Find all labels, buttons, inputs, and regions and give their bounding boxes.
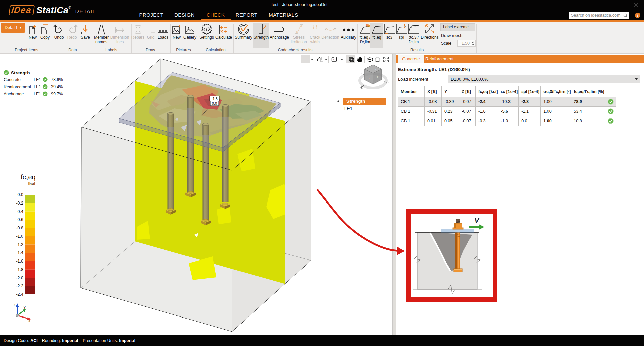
clip-crop-icon xyxy=(303,57,308,62)
group-label-calculation: Calculation xyxy=(206,48,225,52)
ribbon-copy-button[interactable]: Copy xyxy=(37,23,53,40)
ribbon-epl-button[interactable]: εpl xyxy=(395,23,408,40)
view-preset-icon: 3D xyxy=(331,56,338,62)
ribbon-summary-button[interactable]: Summary xyxy=(234,23,253,40)
table-row[interactable]: CB 1 -0.31 0.23 -0.07 -1.6 -5.6 -1.1 1.0… xyxy=(398,107,616,116)
panel-splitter[interactable] xyxy=(392,54,396,335)
ribbon-save-button[interactable]: Save xyxy=(77,23,93,40)
view-preset-dropdown[interactable] xyxy=(340,55,344,63)
tree-item-le1[interactable]: LE1 xyxy=(344,106,352,111)
menu-check[interactable]: CHECK xyxy=(207,12,225,18)
table-row[interactable]: CB 1 0.01 0.05 -0.07 -0.3 -1.0 0.0 1.00 … xyxy=(398,116,616,126)
menu-materials[interactable]: MATERIALS xyxy=(269,12,298,18)
legend-ticks: 0.0 -0.2 -0.4 -0.6 -0.8 -1.0 -1.2 -1.4 -… xyxy=(16,192,23,297)
rotate-view-button[interactable] xyxy=(316,55,324,63)
load-increment-dropdown[interactable]: D100.0%, L100.0% xyxy=(448,75,640,83)
ribbon-fceq-button[interactable]: fc,eq xyxy=(370,23,383,48)
nav-cube[interactable]: z x y xyxy=(360,65,389,88)
main-menu: PROJECT DESIGN CHECK REPORT MATERIALS xyxy=(0,0,644,20)
col-epl[interactable]: εpl [1e-4] xyxy=(519,86,541,97)
ribbon-strength-button[interactable]: Strength xyxy=(253,23,269,48)
scale-stepper[interactable]: 1.50 xyxy=(457,40,476,47)
result-legend: fc,eq [ksi] xyxy=(16,173,35,297)
svg-text:-0.6: -0.6 xyxy=(16,217,23,222)
table-header-row: Member X [ft] Y Z [ft] fc,eq [ksi] εc [1… xyxy=(398,86,616,97)
restore-button[interactable] xyxy=(613,0,629,10)
search-icon[interactable] xyxy=(623,13,628,18)
member-names-icon xyxy=(93,23,110,35)
info-button[interactable]: i xyxy=(635,13,640,18)
axis-z-label: Z xyxy=(13,303,16,307)
wireframe-mode-button[interactable] xyxy=(346,55,355,63)
ribbon-calculate-button[interactable]: Calculate xyxy=(215,23,232,40)
home-view-button[interactable] xyxy=(374,55,381,63)
summary-row-le: LE1 xyxy=(34,84,41,89)
tree-expander-icon[interactable] xyxy=(337,100,339,102)
section-box-button[interactable] xyxy=(366,55,374,63)
zoom-fit-button[interactable] xyxy=(382,55,390,63)
solid-mode-button[interactable] xyxy=(356,55,363,63)
ribbon-deflection-button[interactable]: Deflection xyxy=(321,23,340,40)
col-fceq-pct[interactable]: fc,eq/f'c,lim [%] xyxy=(571,86,605,97)
dimension-lines-icon xyxy=(110,23,129,35)
viewport-3d[interactable]: -1.8 0.0 fc,eq [ksi] xyxy=(0,54,392,335)
ribbon-gallery-button[interactable]: Gallery xyxy=(182,23,198,40)
summary-check-icon xyxy=(234,23,253,35)
search-input[interactable]: Search on ideastatica.com xyxy=(569,12,629,19)
menu-design[interactable]: DESIGN xyxy=(174,12,195,18)
view-preset-button[interactable]: 3D xyxy=(330,55,339,63)
ribbon-settings-button[interactable]: Settings xyxy=(199,23,215,40)
row-status-ok-icon xyxy=(608,118,614,124)
rotate-view-dropdown[interactable] xyxy=(324,55,328,63)
detail1-label: Detail1 xyxy=(5,25,18,30)
table-row[interactable]: CB 1 -0.08 -0.39 -0.07 -2.4 -10.3 -2.8 1… xyxy=(398,97,616,107)
draw-mesh-option[interactable]: Draw mesh xyxy=(441,33,462,38)
col-status[interactable] xyxy=(605,86,616,97)
tree-item-strength[interactable]: Strength xyxy=(343,98,386,105)
directions-icon xyxy=(420,23,439,35)
col-sc3[interactable]: σc,3/f'c,lim [-] xyxy=(541,86,571,97)
scale-label: Scale xyxy=(441,41,451,46)
copy-icon xyxy=(37,23,53,35)
ribbon-anchorage-button[interactable]: Anchorage xyxy=(270,23,289,40)
label-extreme-button[interactable]: Label extreme xyxy=(440,23,475,31)
ribbon-ec3-button[interactable]: εc3 xyxy=(383,23,395,40)
sc3-fclim-curve-icon xyxy=(406,23,421,35)
rotate-icon xyxy=(317,56,323,62)
close-button[interactable] xyxy=(629,0,644,10)
clip-view-dropdown[interactable] xyxy=(310,55,314,63)
tab-reinforcement[interactable]: Reinforcement xyxy=(421,55,458,63)
col-fceq[interactable]: fc,eq [ksi] xyxy=(476,86,498,97)
detail1-dropdown[interactable]: Detail1 ▾ xyxy=(1,23,25,33)
col-ec[interactable]: εc [1e-4] xyxy=(498,86,519,97)
col-z[interactable]: Z [ft] xyxy=(459,86,476,97)
summary-title: Strength xyxy=(11,70,30,75)
ribbon-dimension-lines-button[interactable]: Dimension lines xyxy=(110,23,129,44)
ribbon-stress-limitation-button[interactable]: Stress limitation xyxy=(290,23,308,44)
scale-value: 1.50 xyxy=(458,41,471,46)
col-y[interactable]: Y xyxy=(442,86,459,97)
status-units: Presentation Units: Imperial xyxy=(83,338,135,343)
status-rounding: Rounding: Imperial xyxy=(42,338,78,343)
menu-project[interactable]: PROJECT xyxy=(139,12,164,18)
ribbon-directions-button[interactable]: Directions xyxy=(420,23,439,40)
legend-color-bar xyxy=(25,195,35,294)
ribbon-member-names-button[interactable]: Member names xyxy=(93,23,110,44)
col-x[interactable]: X [ft] xyxy=(425,86,442,97)
ribbon-crack-width-button[interactable]: Crack width xyxy=(308,23,322,44)
tab-concrete[interactable]: Concrete xyxy=(398,55,424,63)
ribbon-loads-button[interactable]: Loads xyxy=(155,23,171,40)
ribbon-sc3-fclim-button[interactable]: σc,3 / f'c,lim xyxy=(406,23,421,44)
col-member[interactable]: Member xyxy=(398,86,425,97)
settings-gear-icon xyxy=(199,23,215,35)
status-bar: Design Code: ACI Rounding: Imperial Pres… xyxy=(0,335,644,346)
clip-view-button[interactable] xyxy=(301,55,310,63)
stepper-arrows-icon[interactable] xyxy=(471,40,475,46)
check-ok-icon xyxy=(43,91,48,96)
ribbon-auxiliary-button[interactable]: Auxiliary xyxy=(340,23,357,40)
minimize-button[interactable] xyxy=(598,0,613,10)
failure-mode-diagram: V xyxy=(406,209,497,302)
menu-report[interactable]: REPORT xyxy=(236,12,258,18)
section-box-icon xyxy=(366,56,373,62)
svg-text:-0.8: -0.8 xyxy=(16,226,23,230)
